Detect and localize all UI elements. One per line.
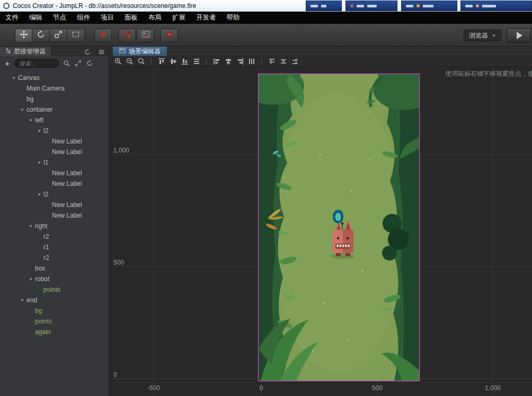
- tree-node-robot[interactable]: ▼robot: [0, 274, 109, 284]
- tab-scene-editor[interactable]: 场景编辑器: [113, 47, 167, 56]
- align-middle-icon[interactable]: [169, 57, 178, 66]
- hierarchy-tabbar: 层级管理器: [0, 47, 109, 56]
- tree-node-main-camera[interactable]: Main Camera: [0, 83, 109, 94]
- tree-node-new-label[interactable]: New Label: [0, 200, 109, 210]
- tree-node-l2[interactable]: ▼l2: [0, 189, 109, 200]
- fire-tool-button[interactable]: [94, 29, 112, 42]
- main-toolbar: 浏览器 ▼: [0, 24, 532, 47]
- tree-node-again[interactable]: again: [0, 327, 109, 337]
- align-right-icon[interactable]: [235, 57, 244, 66]
- image-icon: [141, 30, 150, 41]
- scene-tab-label: 场景编辑器: [129, 47, 161, 56]
- distribute-middle-icon[interactable]: [279, 57, 288, 66]
- background-window-fragment[interactable]: [345, 1, 397, 11]
- tree-node-bg[interactable]: bg: [0, 305, 109, 316]
- tree-node-l2[interactable]: ▼l2: [0, 125, 109, 136]
- rect-transform-icon: [72, 30, 80, 41]
- tree-node-r2[interactable]: r2: [0, 253, 109, 263]
- zoom-out-icon[interactable]: [125, 57, 134, 66]
- search-icon[interactable]: [62, 59, 70, 68]
- zoom-reset-icon[interactable]: [137, 57, 146, 66]
- tree-node-new-label[interactable]: New Label: [0, 136, 109, 147]
- expand-arrow-icon[interactable]: ▼: [36, 160, 42, 165]
- scene-image-icon: [119, 48, 126, 55]
- expand-arrow-icon[interactable]: ▼: [36, 192, 42, 197]
- add-node-button[interactable]: +: [4, 60, 11, 67]
- move-tool-button[interactable]: [15, 29, 32, 42]
- refresh-icon[interactable]: [83, 48, 92, 56]
- coin[interactable]: 0: [334, 211, 342, 223]
- tree-node-end[interactable]: ▼end: [0, 295, 109, 305]
- scale-icon: [54, 30, 63, 41]
- tree-node-bg[interactable]: bg: [0, 94, 109, 104]
- rotate-tool-button[interactable]: [32, 29, 50, 42]
- tree-node-right[interactable]: ▼right: [0, 221, 109, 231]
- align-top-icon[interactable]: [157, 57, 166, 66]
- menu-panel[interactable]: 面板: [119, 12, 143, 24]
- window-fragment-dot-icon: [476, 4, 479, 7]
- scene-canvas[interactable]: 1,000 500 0 -500 0 500 1,000 使用鼠标右键平移视窗焦…: [110, 67, 532, 396]
- tree-node-points[interactable]: points: [0, 316, 109, 327]
- tab-hierarchy[interactable]: 层级管理器: [0, 47, 51, 56]
- align-center-icon[interactable]: [224, 57, 233, 66]
- menu-project[interactable]: 项目: [95, 12, 119, 24]
- expand-arrow-icon[interactable]: ▼: [36, 129, 42, 133]
- distribute-top-icon[interactable]: [267, 57, 276, 66]
- align-bottom-icon[interactable]: [180, 57, 189, 66]
- tree-node-new-label[interactable]: New Label: [0, 210, 109, 221]
- menu-edit[interactable]: 编辑: [24, 12, 48, 24]
- menu-extension[interactable]: 扩展: [167, 12, 191, 24]
- browser-select-dropdown[interactable]: 浏览器 ▼: [464, 30, 501, 41]
- game-scene: 0: [259, 74, 419, 381]
- tree-node-r1[interactable]: r1: [0, 242, 109, 253]
- toolbar-separator: [261, 58, 262, 65]
- background-window-fragment[interactable]: [460, 1, 532, 11]
- expand-arrow-icon[interactable]: ▼: [11, 76, 17, 80]
- window-fragment-glyph: [482, 5, 496, 7]
- expand-arrow-icon[interactable]: ▼: [28, 277, 34, 282]
- grid-tool-button[interactable]: [118, 29, 136, 42]
- refresh-tree-icon[interactable]: [85, 59, 94, 68]
- menu-file[interactable]: 文件: [0, 12, 24, 24]
- expand-all-icon[interactable]: [74, 59, 82, 68]
- rect-transform-tool-button[interactable]: [67, 29, 85, 42]
- tree-node-new-label[interactable]: New Label: [0, 147, 109, 157]
- scene-view-frame[interactable]: 0: [258, 74, 420, 381]
- tree-node-new-label[interactable]: New Label: [0, 178, 109, 189]
- tree-node-container[interactable]: ▼container: [0, 104, 109, 115]
- distribute-vertical-icon[interactable]: [192, 57, 201, 66]
- ruler-x-label: 0: [260, 384, 263, 392]
- expand-arrow-icon[interactable]: ▼: [28, 224, 34, 229]
- expand-arrow-icon[interactable]: ▼: [19, 107, 25, 112]
- tree-node-left[interactable]: ▼left: [0, 115, 109, 125]
- distribute-horizontal-icon[interactable]: [247, 57, 256, 66]
- menu-bar: 文件 编辑 节点 组件 项目 面板 布局 扩展 开发者 帮助: [0, 12, 532, 24]
- expand-arrow-icon[interactable]: ▼: [19, 298, 25, 303]
- tree-node-box[interactable]: box: [0, 263, 109, 274]
- scale-tool-button[interactable]: [50, 29, 67, 42]
- tree-node-l1[interactable]: ▼l1: [0, 157, 109, 168]
- image-tool-button[interactable]: [137, 29, 154, 42]
- expand-arrow-icon[interactable]: ▼: [28, 118, 34, 123]
- tree-node-canvas[interactable]: ▼Canvas: [0, 73, 109, 83]
- play-button[interactable]: [507, 28, 531, 43]
- menu-component[interactable]: 组件: [72, 12, 95, 24]
- zoom-in-icon[interactable]: [113, 57, 122, 66]
- search-input[interactable]: [14, 59, 59, 68]
- background-window-fragment[interactable]: [306, 1, 342, 11]
- tree-node-points[interactable]: points: [0, 284, 109, 295]
- panel-menu-icon[interactable]: [97, 48, 105, 56]
- menu-node[interactable]: 节点: [48, 12, 72, 24]
- menu-help[interactable]: 帮助: [221, 12, 245, 24]
- toolbar-separator: [151, 58, 152, 65]
- menu-layout[interactable]: 布局: [143, 12, 167, 24]
- distribute-bottom-icon[interactable]: [290, 57, 299, 66]
- align-left-icon[interactable]: [212, 57, 221, 66]
- record-tool-button[interactable]: [161, 29, 178, 42]
- background-window-fragment[interactable]: [401, 1, 457, 11]
- menu-developer[interactable]: 开发者: [191, 12, 221, 24]
- chevron-down-icon: ▼: [492, 33, 496, 38]
- toolbar-separator: [206, 58, 207, 65]
- tree-node-new-label[interactable]: New Label: [0, 168, 109, 178]
- tree-node-r2[interactable]: r2: [0, 231, 109, 242]
